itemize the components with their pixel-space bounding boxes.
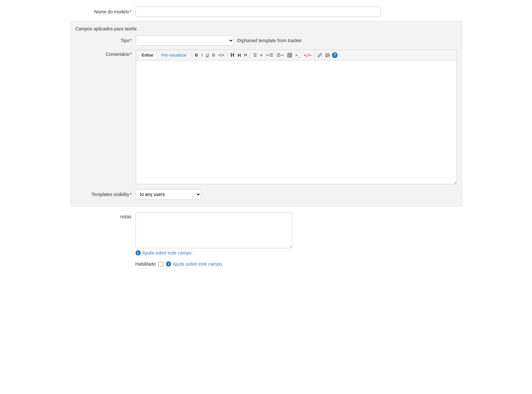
toolbar-image-btn[interactable] xyxy=(324,52,331,58)
form-container: Nome do modelo* Campos aplicados para ta… xyxy=(70,7,462,267)
tipo-required-star: * xyxy=(130,38,132,43)
toolbar-table-btn[interactable]: ​ xyxy=(286,52,293,58)
notas-wrapper: i Ajuda sobre este campo. xyxy=(136,212,292,255)
toolbar-h2-btn[interactable]: H xyxy=(236,52,242,58)
editor-toolbar: Editar Pré-visualizar B I U S </> H H H … xyxy=(136,50,457,60)
habilitado-row: Habilitado i Ajuda sobre este campo. xyxy=(70,261,462,267)
comentario-required-star: * xyxy=(130,52,132,57)
habilitado-info-icon: i xyxy=(166,261,171,267)
toolbar-separator-2 xyxy=(227,52,228,58)
visibility-select[interactable]: to any users to me only to project membe… xyxy=(136,189,201,200)
comentario-label-text: Comentário xyxy=(106,52,129,57)
svg-rect-0 xyxy=(288,53,292,57)
nome-modelo-label: Nome do modelo* xyxy=(70,9,136,14)
habilitado-label: Habilitado xyxy=(136,261,156,267)
habilitado-help-link[interactable]: i Ajuda sobre este campo. xyxy=(166,261,223,267)
comentario-textarea[interactable] xyxy=(136,60,457,184)
notas-label: notas xyxy=(70,212,136,219)
toolbar-separator-3 xyxy=(250,52,250,58)
toolbar-terminal-btn[interactable]: >_ xyxy=(294,52,302,58)
notas-help-link[interactable]: i Ajuda sobre este campo. xyxy=(136,250,292,255)
notas-row: notas i Ajuda sobre este campo. xyxy=(70,212,462,255)
toolbar-underline-btn[interactable]: U xyxy=(204,52,210,58)
tipo-row: Tipo* Orphaned template from tracker xyxy=(75,35,457,46)
toolbar-separator-4 xyxy=(314,52,314,58)
visibility-label-text: Templates visibility xyxy=(91,192,129,197)
notas-textarea[interactable] xyxy=(136,212,292,248)
toolbar-bold-btn[interactable]: B xyxy=(194,52,199,58)
tipo-label-text: Tipo xyxy=(121,38,129,43)
nome-modelo-label-text: Nome do modelo xyxy=(94,9,129,14)
toolbar-h3-btn[interactable]: H xyxy=(243,53,248,57)
toolbar-link-btn[interactable] xyxy=(316,52,323,58)
visibility-row: Templates visibility* to any users to me… xyxy=(75,189,457,200)
toolbar-h1-btn[interactable]: H xyxy=(229,52,236,58)
nome-modelo-input[interactable] xyxy=(136,7,380,17)
orphaned-template-text: Orphaned template from tracker xyxy=(237,38,302,43)
tab-preview[interactable]: Pré-visualizar xyxy=(158,51,190,59)
toolbar-separator-1 xyxy=(192,52,192,58)
toolbar-ol-btn[interactable]: ≡ xyxy=(259,52,264,58)
habilitado-checkbox[interactable] xyxy=(158,262,163,267)
tipo-select[interactable] xyxy=(136,35,234,46)
svg-point-6 xyxy=(327,54,327,55)
toolbar-code-inline-btn[interactable]: </> xyxy=(217,52,226,58)
notas-help-text: Ajuda sobre este campo. xyxy=(142,250,193,255)
toolbar-indent-right-btn[interactable]: ☰⇨ xyxy=(275,52,285,58)
toolbar-italic-btn[interactable]: I xyxy=(200,52,204,58)
toolbar-code-block-btn[interactable]: </> xyxy=(302,52,313,58)
visibility-label: Templates visibility* xyxy=(75,192,136,197)
habilitado-help-text: Ajuda sobre este campo. xyxy=(173,261,223,267)
comentario-label: Comentário* xyxy=(75,50,136,57)
toolbar-strikethrough-btn[interactable]: S xyxy=(211,52,217,58)
toolbar-help-btn[interactable]: ? xyxy=(332,52,338,58)
notas-info-icon: i xyxy=(136,250,141,255)
campos-title: Campos aplicados para tarefa: xyxy=(75,26,457,31)
comentario-row: Comentário* Editar Pré-visualizar B I U … xyxy=(75,50,457,184)
nome-modelo-row: Nome do modelo* xyxy=(70,7,462,17)
nome-required-star: * xyxy=(130,9,131,14)
visibility-required-star: * xyxy=(130,192,132,197)
toolbar-ul-btn[interactable]: ☰ xyxy=(252,52,258,58)
campos-section: Campos aplicados para tarefa: Tipo* Orph… xyxy=(70,21,462,206)
tipo-label: Tipo* xyxy=(75,38,136,43)
toolbar-indent-left-btn[interactable]: ⇦☰ xyxy=(265,52,275,58)
tab-edit[interactable]: Editar xyxy=(138,51,157,59)
editor-wrapper: Editar Pré-visualizar B I U S </> H H H … xyxy=(136,50,457,184)
